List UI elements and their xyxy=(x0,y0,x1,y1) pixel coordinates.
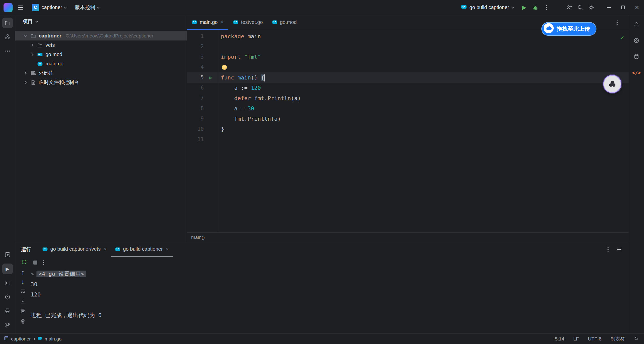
ai-assistant-button[interactable] xyxy=(631,35,642,46)
tree-item-captioner[interactable]: captionerC:\Users\meow\GolandProjects\ca… xyxy=(15,31,187,40)
run-configuration-selector[interactable]: go build captioner xyxy=(458,2,517,13)
arrow-up-icon[interactable]: ↑ xyxy=(21,270,25,276)
soft-wrap-icon[interactable] xyxy=(20,288,26,295)
build-tool-button[interactable] xyxy=(2,306,13,316)
indent-style[interactable]: 制表符 xyxy=(611,336,625,342)
code-text: fmt.Println(a) xyxy=(218,114,281,124)
tab-label: testvet.go xyxy=(241,19,263,25)
terminal-tool-button[interactable] xyxy=(2,278,13,288)
tree-item-临时文件和控制台[interactable]: 临时文件和控制台 xyxy=(15,78,187,87)
code-line[interactable]: 11 xyxy=(187,134,629,145)
breadcrumb[interactable]: main() xyxy=(187,232,629,242)
code-text xyxy=(218,41,221,52)
stop-button[interactable] xyxy=(33,261,37,265)
structure-tool-button[interactable] xyxy=(2,32,13,42)
tree-item-go.mod[interactable]: go.mod xyxy=(15,50,187,59)
services-tool-button[interactable] xyxy=(2,249,13,260)
run-tab-go build captioner[interactable]: go build captioner× xyxy=(111,242,173,257)
scroll-to-end-icon[interactable] xyxy=(20,298,26,305)
chevron-down-icon[interactable] xyxy=(23,34,28,37)
gutter xyxy=(204,31,218,41)
database-button[interactable] xyxy=(631,51,642,62)
maximize-button[interactable] xyxy=(616,1,630,15)
close-icon[interactable]: × xyxy=(166,246,169,252)
trash-icon[interactable] xyxy=(20,319,26,325)
folded-command-text[interactable]: <4 go 设置调用> xyxy=(36,271,86,277)
caret-position[interactable]: 5:14 xyxy=(555,336,564,342)
console-line: 30 xyxy=(31,279,629,289)
close-button[interactable]: × xyxy=(630,1,644,15)
file-encoding[interactable]: UTF-8 xyxy=(588,336,601,342)
upload-drop-button[interactable]: 拖拽至此上传 xyxy=(541,22,596,36)
chevron-right-icon[interactable] xyxy=(23,72,28,74)
editor-tab-testvet.go[interactable]: testvet.go xyxy=(228,15,267,30)
console-output[interactable]: ><4 go 设置调用>30120 进程 已完成，退出代码为 0 xyxy=(31,268,629,333)
code-line[interactable]: 9 fmt.Println(a) xyxy=(187,114,629,124)
notifications-button[interactable] xyxy=(631,19,642,30)
inspection-check-icon[interactable]: ✓ xyxy=(620,34,624,41)
print-icon[interactable] xyxy=(20,309,26,315)
run-config-label: go build captioner xyxy=(469,5,509,10)
project-tool-button[interactable] xyxy=(2,18,13,28)
menu-icon[interactable] xyxy=(15,3,26,13)
editor-tab-go.mod[interactable]: go.mod xyxy=(267,15,301,30)
tree-item-label: main.go xyxy=(46,61,63,67)
run-options-icon[interactable] xyxy=(608,249,609,250)
statusbar-project[interactable]: captioner xyxy=(11,336,31,342)
fold-arrow-icon[interactable]: > xyxy=(31,271,34,277)
run-gutter-icon[interactable]: ▷ xyxy=(204,72,218,83)
lock-icon[interactable] xyxy=(634,336,638,342)
arrow-down-icon[interactable]: ↓ xyxy=(21,279,25,285)
debug-button[interactable] xyxy=(530,3,541,13)
code-line[interactable]: 10} xyxy=(187,124,629,134)
run-toolbar xyxy=(15,257,629,268)
run-tool-button[interactable]: ▶ xyxy=(2,264,13,274)
rerun-button[interactable] xyxy=(21,259,27,266)
hide-panel-icon[interactable] xyxy=(617,249,621,250)
search-button[interactable] xyxy=(575,3,586,13)
code-line[interactable]: 5▷func main() { xyxy=(187,72,629,83)
problems-tool-button[interactable] xyxy=(2,292,13,302)
console-line: 进程 已完成，退出代码为 0 xyxy=(31,310,629,320)
line-number: 2 xyxy=(187,41,204,52)
minimize-button[interactable] xyxy=(602,1,616,15)
tab-label: main.go xyxy=(200,19,218,25)
vcs-tool-button[interactable] xyxy=(2,320,13,330)
project-panel-header[interactable]: 项目 xyxy=(15,15,187,28)
project-selector[interactable]: C captioner xyxy=(29,2,69,13)
code-preview-button[interactable]: </> xyxy=(631,67,642,78)
code-area[interactable]: 1package main23import "fmt"45▷func main(… xyxy=(187,30,629,232)
run-button[interactable]: ▶ xyxy=(519,3,530,13)
gofile-icon xyxy=(37,61,43,67)
more-tools-button[interactable] xyxy=(2,46,13,56)
more-horizontal-icon xyxy=(7,51,8,52)
floating-widget[interactable] xyxy=(603,75,621,93)
close-icon[interactable]: × xyxy=(221,19,224,25)
editor-tab-main.go[interactable]: main.go× xyxy=(187,15,228,30)
chevron-right-icon[interactable] xyxy=(23,81,28,83)
chevron-right-icon[interactable] xyxy=(29,44,34,46)
code-line[interactable]: 2 xyxy=(187,41,629,52)
code-line[interactable]: 3import "fmt" xyxy=(187,52,629,62)
line-separator[interactable]: LF xyxy=(573,336,579,342)
tree-item-外部库[interactable]: 外部库 xyxy=(15,68,187,78)
code-line[interactable]: 4 xyxy=(187,62,629,72)
code-line[interactable]: 6 a := 120 xyxy=(187,83,629,93)
tree-item-vets[interactable]: vets xyxy=(15,40,187,50)
run-tab-go build captioner/vets[interactable]: go build captioner/vets× xyxy=(38,242,111,257)
lightbulb-icon[interactable] xyxy=(222,65,227,70)
add-user-button[interactable] xyxy=(564,3,575,13)
maximize-icon xyxy=(621,6,625,9)
statusbar-file[interactable]: main.go xyxy=(45,336,62,342)
tree-item-main.go[interactable]: main.go xyxy=(15,59,187,68)
run-more-icon[interactable] xyxy=(43,262,44,263)
close-icon[interactable]: × xyxy=(104,246,107,252)
vcs-menu[interactable]: 版本控制 xyxy=(72,3,102,12)
code-line[interactable]: 7 defer fmt.Println(a) xyxy=(187,93,629,103)
settings-button[interactable] xyxy=(586,3,597,13)
editor-options-button[interactable] xyxy=(612,18,623,28)
vcs-label: 版本控制 xyxy=(75,4,95,11)
chevron-right-icon[interactable] xyxy=(29,54,34,56)
more-actions-button[interactable] xyxy=(541,3,552,13)
code-line[interactable]: 8 a = 30 xyxy=(187,103,629,114)
